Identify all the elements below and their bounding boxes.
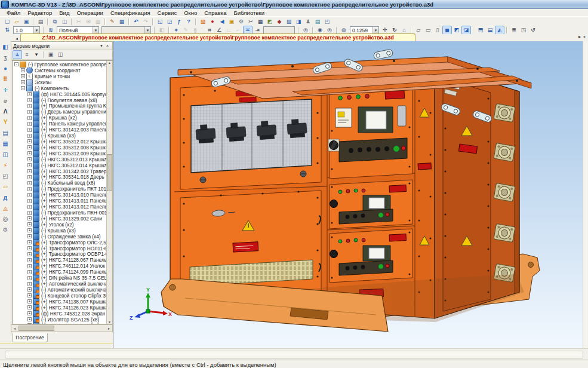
tree-item[interactable]: +(+) НКГС.741124.099 Панель bbox=[13, 269, 107, 275]
reports-icon[interactable]: ▦ bbox=[1, 139, 11, 149]
tree-item[interactable]: +(+) НКГС.301342.002 Траверса bbox=[13, 168, 107, 174]
spatial-curves-icon[interactable]: ʒ bbox=[1, 53, 11, 63]
scroll-thumb[interactable] bbox=[107, 154, 112, 191]
expand-icon[interactable]: + bbox=[27, 205, 32, 209]
window-extra-button[interactable]: ◰ bbox=[322, 17, 332, 26]
tree-item[interactable]: +(+) НКГС.305341.018 Дверь bbox=[13, 174, 107, 180]
copy-properties-button[interactable]: ✎ bbox=[107, 17, 117, 26]
tree-item[interactable]: +Системы координат bbox=[13, 68, 107, 73]
tree-item[interactable]: -(-) Групповое комплектное распределител… bbox=[13, 62, 107, 68]
settings-gear-icon[interactable]: ⚙ bbox=[1, 225, 11, 235]
expand-icon[interactable]: + bbox=[27, 187, 32, 191]
conditional-marks-icon[interactable]: Y bbox=[1, 117, 11, 127]
tree-item[interactable]: +(+) Трансформатор ОСВР1-0.25 У3 220/3/3 bbox=[13, 252, 107, 257]
menu-item-окно[interactable]: Окно bbox=[181, 10, 200, 16]
tree-composition-toggle[interactable]: ≡ bbox=[22, 50, 32, 59]
expand-icon[interactable]: + bbox=[27, 181, 32, 185]
expand-icon[interactable]: + bbox=[27, 145, 32, 149]
tree-item[interactable]: +(+) Промышленная группа КРУ-TEL-10-16- bbox=[13, 103, 107, 109]
tab-scroll-left-button[interactable]: ◂ bbox=[13, 36, 20, 41]
expand-icon[interactable]: + bbox=[27, 104, 32, 108]
expand-icon[interactable]: + bbox=[27, 276, 32, 280]
wireframe-button[interactable]: ▱ bbox=[414, 26, 423, 35]
chevron-down-icon[interactable]: ▼ bbox=[372, 27, 378, 33]
expand-icon[interactable]: + bbox=[27, 92, 32, 96]
tree-item[interactable]: +(ф) НКГС.301445.005 Корпус bbox=[13, 91, 107, 97]
relations-toggle[interactable]: ▣ bbox=[46, 50, 56, 59]
tree-item[interactable]: +(+) НКГС.301329.002 Сани bbox=[13, 216, 107, 222]
messages-window-button[interactable]: ◲ bbox=[165, 17, 174, 26]
rotary-switch[interactable] bbox=[328, 139, 339, 151]
tree-item[interactable]: +(+) Трансформатор ОЛС-2,5/6 bbox=[13, 240, 107, 246]
tree-item[interactable]: +(-) Кабельный ввод (x8) bbox=[13, 180, 107, 186]
control-panel-1[interactable] bbox=[328, 85, 412, 179]
tree-item[interactable]: +(-) Автоматический выключатель LPN-10C bbox=[13, 287, 107, 293]
menu-item-редактор[interactable]: Редактор bbox=[24, 10, 55, 16]
menu-item-вид[interactable]: Вид bbox=[56, 10, 72, 16]
states-icon[interactable]: ◰ bbox=[1, 171, 11, 181]
simplified-view-button[interactable]: ⬒ bbox=[476, 26, 485, 35]
preview-button[interactable]: ⧉ bbox=[50, 17, 60, 26]
expand-icon[interactable]: + bbox=[27, 151, 32, 155]
expand-icon[interactable]: + bbox=[27, 282, 32, 286]
save-button[interactable]: ▣ bbox=[21, 17, 31, 26]
tree-item[interactable]: +(+) НКГС.741126.023 Крышка bbox=[13, 305, 107, 311]
tree-item[interactable]: +(-) НКГС.305312.013 Крышка bbox=[13, 157, 107, 162]
scroll-up-icon[interactable]: ▲ bbox=[107, 61, 112, 65]
tools-button[interactable]: ⚙ bbox=[236, 17, 246, 26]
hide-objects-button[interactable]: ◭ bbox=[495, 26, 504, 35]
scroll-left-icon[interactable]: ◄ bbox=[12, 327, 17, 330]
expand-icon[interactable]: + bbox=[27, 305, 32, 309]
menu-item-файл[interactable]: Файл bbox=[4, 10, 23, 16]
tree-item[interactable]: +(-) Концевой стопор Clipfix 35-5 (x16) bbox=[13, 293, 107, 299]
arrays-icon[interactable]: ⠿ bbox=[1, 74, 11, 84]
windows-icon[interactable]: ◫ bbox=[1, 149, 11, 160]
tree-structure-toggle[interactable]: ⫝ bbox=[13, 50, 22, 59]
folder-ops-icon[interactable]: ▱ bbox=[1, 182, 11, 192]
expand-icon[interactable]: + bbox=[27, 175, 32, 179]
person-button[interactable]: ♟ bbox=[303, 17, 313, 26]
undo-button[interactable]: ↶ bbox=[131, 17, 141, 26]
expand-icon[interactable]: + bbox=[27, 110, 32, 114]
expand-icon[interactable]: + bbox=[27, 317, 32, 321]
pin-icon[interactable]: ▾ bbox=[98, 43, 104, 48]
scroll-thumb[interactable] bbox=[19, 326, 54, 331]
diagnostics-icon[interactable]: ⚡ bbox=[1, 160, 11, 170]
shared-settings-button[interactable]: ● bbox=[208, 17, 217, 26]
new-document-button[interactable]: ▢ bbox=[2, 17, 12, 26]
expand-icon[interactable]: + bbox=[27, 222, 32, 226]
dimensions-icon[interactable]: д bbox=[1, 192, 11, 203]
expand-icon[interactable]: + bbox=[21, 68, 25, 72]
expand-icon[interactable]: + bbox=[27, 199, 32, 203]
clip-button[interactable]: ✂ bbox=[246, 17, 255, 26]
surfaces-icon[interactable]: ● bbox=[1, 63, 11, 73]
marking-button[interactable]: ◩ bbox=[265, 17, 275, 26]
expand-icon[interactable]: + bbox=[27, 270, 32, 274]
expand-icon[interactable]: + bbox=[21, 80, 25, 84]
expand-icon[interactable]: + bbox=[27, 240, 32, 244]
expand-icon[interactable]: + bbox=[27, 323, 32, 324]
expand-icon[interactable]: + bbox=[27, 311, 32, 315]
menu-item-сервис[interactable]: Сервис bbox=[155, 10, 180, 16]
tree-item[interactable]: +(-) Предохранитель ПКТ 101-6-2-20-У3 bbox=[13, 186, 107, 192]
tree-item[interactable]: +(+) НКГС.305312.008 Крышка bbox=[13, 145, 107, 151]
macro-recorder-button[interactable]: ƒ bbox=[174, 17, 184, 26]
expand-icon[interactable]: + bbox=[27, 216, 32, 220]
cabinet-front-face[interactable] bbox=[170, 65, 435, 318]
conditions-icon[interactable]: ◬ bbox=[1, 203, 11, 213]
tree-item[interactable]: +(+) НКГС.741128.067 Панель трансформато bbox=[13, 257, 107, 263]
tree-item[interactable]: +ςКривые и точки bbox=[13, 73, 107, 79]
expand-icon[interactable]: + bbox=[27, 287, 32, 292]
tree-item[interactable]: +(+) Трансформатор НОЛ11-6.05 (x2) bbox=[13, 246, 107, 252]
tree-item[interactable]: +(-) Изолятор SGA125 (x8) bbox=[13, 317, 107, 323]
document-tab[interactable]: Z:\3D_ASCON\Групповое комплектное распре… bbox=[20, 33, 415, 41]
expand-icon[interactable]: + bbox=[27, 234, 32, 238]
tree-item[interactable]: +(+) НКГС.746112.014 Уголок bbox=[13, 263, 107, 269]
tab-scroll-right-button[interactable]: ▸ bbox=[578, 34, 581, 39]
menu-item-библиотеки[interactable]: Библиотеки bbox=[231, 10, 267, 16]
tree-item[interactable]: +(+) Уголок (x2) bbox=[13, 222, 107, 228]
tree-item[interactable]: +(+) НКГС.305312.009 Крышка bbox=[13, 151, 107, 157]
edit-part-icon[interactable]: ◧ bbox=[1, 42, 11, 52]
control-panel-2[interactable] bbox=[330, 180, 412, 229]
expand-icon[interactable]: + bbox=[27, 157, 32, 161]
